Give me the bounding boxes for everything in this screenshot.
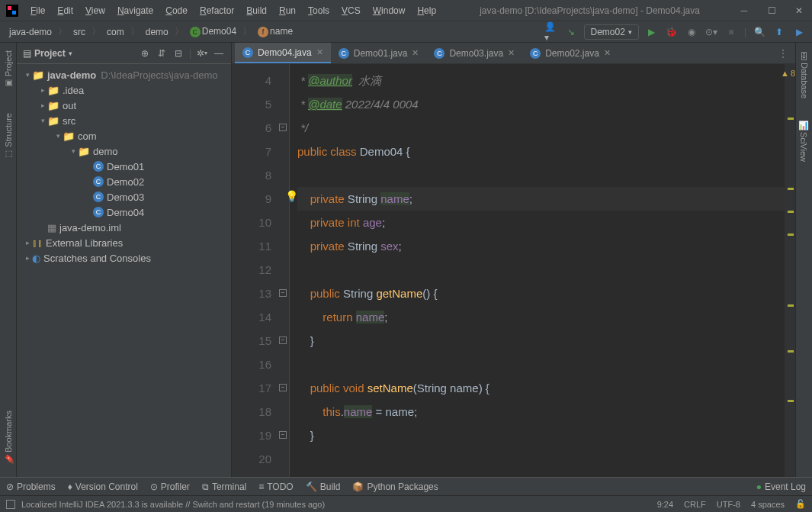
project-panel: ▤ Project ▾ ⊕ ⇵ ⊟ | ✲ ▾ — ▾📁java-demoD:\… [17,43,232,477]
close-tab-icon[interactable]: ✕ [508,48,515,58]
tree-idea[interactable]: ▸📁.idea [17,82,231,98]
menu-tools[interactable]: Tools [302,2,335,19]
tree-out[interactable]: ▸📁out [17,98,231,113]
indent-info[interactable]: 4 spaces [751,500,785,509]
tree-file[interactable]: CDemo04 [17,204,231,220]
breadcrumb[interactable]: java-demo〉src〉com〉demo〉CDemo04〉fname [6,24,296,39]
tree-file[interactable]: CDemo02 [17,174,231,189]
menu-view[interactable]: View [79,2,111,19]
title-bar: FileEditViewNavigateCodeRefactorBuildRun… [0,0,812,21]
tree-com[interactable]: ▾📁com [17,128,231,143]
left-tool-stripe: ▣ Project ⬚ Structure 🔖 Bookmarks [0,43,17,477]
bottom-tab-terminal[interactable]: ⧉Terminal [202,481,246,492]
tree-external-libs[interactable]: ▸⫿⫿External Libraries [17,235,231,250]
tree-root[interactable]: ▾📁java-demoD:\IdeaProjects\java-demo [17,67,231,82]
tree-file[interactable]: CDemo01 [17,159,231,174]
close-tab-icon[interactable]: ✕ [604,48,611,58]
file-encoding[interactable]: UTF-8 [717,500,740,509]
hide-panel-icon[interactable]: — [213,47,225,60]
menu-run[interactable]: Run [273,2,302,19]
select-opened-icon[interactable]: ⊕ [139,47,151,60]
breadcrumb-item[interactable]: com [104,25,127,39]
tree-file[interactable]: CDemo03 [17,189,231,204]
tabs-more-icon[interactable]: ⋮ [771,48,795,59]
breadcrumb-item[interactable]: CDemo04 [187,24,239,39]
update-icon[interactable]: ⬆ [772,25,786,39]
search-icon[interactable]: 🔍 [753,25,766,39]
menu-edit[interactable]: Edit [51,2,79,19]
bottom-tab-build[interactable]: 🔨Build [306,481,341,492]
main-menu: FileEditViewNavigateCodeRefactorBuildRun… [24,2,442,19]
expand-all-icon[interactable]: ⇵ [156,47,168,60]
bottom-tab-python-packages[interactable]: 📦Python Packages [352,481,438,492]
tool-tab-bookmarks[interactable]: 🔖 Bookmarks [2,406,14,469]
breadcrumb-item[interactable]: fname [255,24,296,39]
tool-tab-structure[interactable]: ⬚ Structure [2,108,14,164]
tool-tab-database[interactable]: 🗄 Database [798,47,810,103]
bottom-tab-problems[interactable]: ⊘Problems [6,481,56,492]
run-config-selector[interactable]: Demo02▾ [584,24,639,40]
bottom-tab-version-control[interactable]: ♦Version Control [68,481,138,492]
tree-scratches[interactable]: ▸◐Scratches and Consoles [17,250,231,266]
editor-tab[interactable]: CDemo03.java✕ [426,43,522,63]
tree-iml[interactable]: ▦java-demo.iml [17,220,231,235]
breadcrumb-item[interactable]: demo [143,25,172,39]
debug-icon[interactable]: 🐞 [665,25,679,39]
coverage-icon[interactable]: ◉ [685,25,698,39]
run-config-label: Demo02 [591,27,625,37]
project-title: Project [34,48,66,59]
code-content[interactable]: * @author 水滴 * @date 2022/4/4 0004 */pub… [290,64,785,477]
menu-navigate[interactable]: Navigate [111,2,159,19]
bottom-tool-bar: ⊘Problems♦Version Control⊙Profiler⧉Termi… [0,477,812,495]
menu-vcs[interactable]: VCS [335,2,367,19]
collapse-all-icon[interactable]: ⊟ [172,47,185,60]
breadcrumb-item[interactable]: src [70,25,88,39]
editor-tab[interactable]: CDemo02.java✕ [522,43,618,63]
build-icon[interactable]: ↘ [564,25,578,39]
menu-window[interactable]: Window [367,2,412,19]
status-message[interactable]: Localized IntelliJ IDEA 2021.3.3 is avai… [21,500,325,509]
line-gutter: 456789101112131415161718192021 [232,64,278,477]
maximize-icon[interactable]: ☐ [765,4,778,18]
project-tree[interactable]: ▾📁java-demoD:\IdeaProjects\java-demo ▸📁.… [17,64,231,477]
minimize-icon[interactable]: ─ [737,4,751,18]
ide-features-icon[interactable]: ▶ [792,25,806,39]
right-tool-stripe: 🗄 Database 📊 SciView [795,43,812,477]
line-separator[interactable]: CRLF [684,500,706,509]
warnings-indicator[interactable]: ▲8 [781,69,795,78]
status-bar: Localized IntelliJ IDEA 2021.3.3 is avai… [0,495,812,512]
close-tab-icon[interactable]: ✕ [316,47,323,57]
editor-tabs: CDemo04.java✕CDemo01.java✕CDemo03.java✕C… [232,43,795,64]
close-icon[interactable]: ✕ [792,4,806,18]
stop-icon[interactable]: ■ [724,25,738,39]
tool-tab-project[interactable]: ▣ Project [2,46,14,93]
menu-file[interactable]: File [24,2,51,19]
menu-help[interactable]: Help [411,2,442,19]
tool-tab-sciview[interactable]: 📊 SciView [798,115,810,166]
editor-tab[interactable]: CDemo04.java✕ [235,43,331,63]
editor-tab[interactable]: CDemo01.java✕ [331,43,427,63]
readonly-icon[interactable]: 🔓 [795,499,806,509]
menu-refactor[interactable]: Refactor [194,2,240,19]
tree-demo[interactable]: ▾📁demo [17,143,231,159]
breadcrumb-item[interactable]: java-demo [6,25,55,39]
caret-position[interactable]: 9:24 [657,500,673,509]
run-icon[interactable]: ▶ [645,25,659,39]
fold-column[interactable]: −−−−− [278,64,290,477]
marker-bar[interactable]: ▲8 ^ ∨ [785,64,795,477]
close-tab-icon[interactable]: ✕ [412,48,419,58]
menu-build[interactable]: Build [240,2,273,19]
menu-code[interactable]: Code [159,2,194,19]
bottom-tab-todo[interactable]: ≡TODO [258,481,293,492]
profile-icon[interactable]: ⊙▾ [704,25,718,39]
project-icon: ▤ [23,48,31,59]
bottom-tab-profiler[interactable]: ⊙Profiler [150,481,190,492]
settings-icon[interactable]: ✲ ▾ [196,47,208,60]
navigation-bar: java-demo〉src〉com〉demo〉CDemo04〉fname 👤▾ … [0,21,812,43]
event-log-button[interactable]: ●Event Log [756,481,806,492]
add-user-icon[interactable]: 👤▾ [544,25,558,39]
tree-src[interactable]: ▾📁src [17,113,231,128]
intention-bulb-icon[interactable]: 💡 [285,190,298,202]
tool-windows-icon[interactable] [6,500,15,509]
code-editor[interactable]: 456789101112131415161718192021 −−−−− 💡 *… [232,64,795,477]
